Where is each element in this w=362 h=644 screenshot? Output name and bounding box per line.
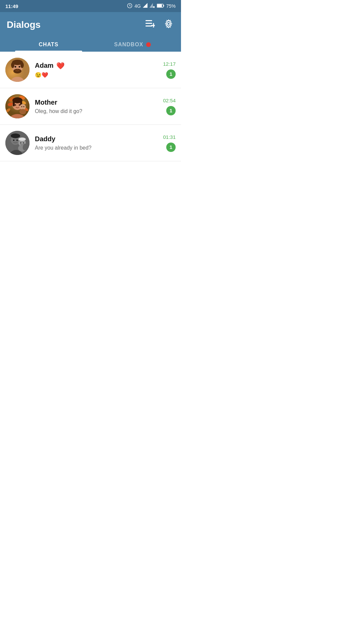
header-top: Dialogs — [7, 18, 174, 32]
chat-time-mother: 02:54 — [163, 98, 176, 103]
signal-x-icon — [149, 3, 155, 9]
settings-button[interactable] — [163, 18, 174, 32]
unread-badge-adam: 1 — [166, 69, 176, 79]
chat-preview-adam: 😉❤️ — [35, 72, 159, 78]
chat-name-row-adam: Adam ❤️ — [35, 62, 159, 70]
unread-badge-mother: 1 — [166, 106, 176, 115]
avatar-adam — [5, 58, 29, 82]
chat-name-daddy: Daddy — [35, 135, 55, 143]
add-chat-button[interactable] — [144, 19, 156, 31]
chat-meta-mother: 02:54 1 — [163, 98, 176, 115]
chat-preview-mother: Oleg, how did it go? — [35, 108, 159, 114]
svg-point-43 — [23, 106, 24, 107]
svg-point-49 — [13, 140, 14, 141]
page-title: Dialogs — [7, 19, 41, 30]
chat-name-row-daddy: Daddy — [35, 135, 159, 143]
chat-content-daddy: Daddy Are you already in bed? — [35, 135, 159, 151]
chat-time-adam: 12:17 — [163, 61, 176, 67]
svg-rect-7 — [163, 5, 164, 6]
battery-percent: 75% — [166, 3, 176, 9]
header: Dialogs CHATS — [0, 12, 181, 52]
svg-point-40 — [15, 104, 16, 106]
status-icons: 4G 75% — [127, 3, 176, 9]
svg-point-53 — [20, 143, 21, 144]
chat-item-mother[interactable]: Mother Oleg, how did it go? 02:54 1 — [0, 88, 181, 125]
clock-icon — [127, 3, 132, 9]
chat-meta-daddy: 01:31 1 — [163, 134, 176, 152]
tab-chats[interactable]: CHATS — [7, 38, 90, 52]
tab-sandbox[interactable]: SANDBOX — [90, 38, 174, 52]
svg-point-13 — [167, 22, 170, 25]
svg-point-50 — [16, 140, 18, 141]
svg-point-41 — [19, 104, 20, 106]
svg-point-39 — [19, 109, 26, 114]
chat-content-mother: Mother Oleg, how did it go? — [35, 99, 159, 114]
svg-marker-2 — [149, 3, 153, 8]
svg-point-19 — [11, 62, 14, 68]
svg-point-22 — [15, 66, 16, 68]
svg-point-20 — [20, 62, 24, 68]
tabs-container: CHATS SANDBOX — [7, 38, 174, 52]
chat-item-daddy[interactable]: Daddy Are you already in bed? 01:31 1 — [0, 125, 181, 161]
svg-rect-8 — [145, 20, 152, 21]
svg-point-52 — [18, 138, 26, 141]
svg-point-48 — [11, 133, 20, 138]
chat-meta-adam: 12:17 1 — [163, 61, 176, 79]
svg-rect-9 — [145, 23, 152, 24]
svg-rect-36 — [13, 100, 15, 106]
chat-name-emoji-adam: ❤️ — [56, 62, 65, 70]
chat-name-mother: Mother — [35, 99, 57, 106]
chat-time-daddy: 01:31 — [163, 134, 176, 140]
battery-icon — [157, 3, 164, 9]
header-actions — [144, 18, 174, 32]
chat-content-adam: Adam ❤️ 😉❤️ — [35, 62, 159, 78]
svg-point-42 — [21, 106, 22, 107]
svg-rect-6 — [157, 4, 162, 7]
chat-name-row-mother: Mother — [35, 99, 159, 106]
sandbox-notification-dot — [146, 42, 151, 47]
avatar-mother — [5, 94, 29, 118]
svg-marker-1 — [143, 3, 147, 8]
unread-badge-daddy: 1 — [166, 143, 176, 152]
signal-icon — [143, 3, 147, 9]
chat-preview-daddy: Are you already in bed? — [35, 145, 159, 151]
network-label: 4G — [134, 3, 141, 9]
tab-sandbox-label: SANDBOX — [114, 42, 143, 48]
status-bar: 11:49 4G — [0, 0, 181, 12]
chat-item-adam[interactable]: Adam ❤️ 😉❤️ 12:17 1 — [0, 52, 181, 88]
status-time: 11:49 — [5, 3, 18, 9]
svg-point-24 — [17, 68, 18, 69]
svg-point-54 — [23, 143, 24, 144]
chat-name-adam: Adam — [35, 62, 54, 69]
svg-point-23 — [19, 66, 20, 68]
avatar-daddy — [5, 131, 29, 155]
chat-list: Adam ❤️ 😉❤️ 12:17 1 — [0, 52, 181, 161]
